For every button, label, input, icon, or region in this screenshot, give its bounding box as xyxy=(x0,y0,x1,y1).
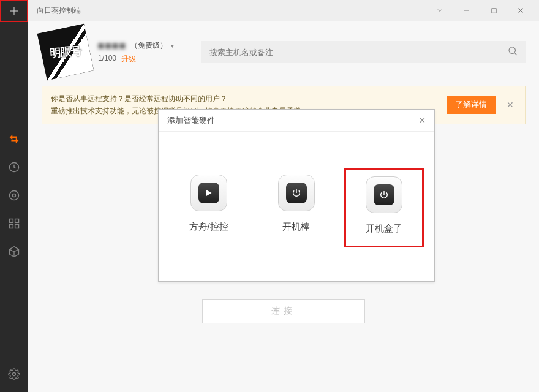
dialog-title: 添加智能硬件 xyxy=(167,115,417,126)
search-icon[interactable] xyxy=(507,45,518,59)
svg-line-15 xyxy=(514,53,516,55)
add-hardware-dialog: 添加智能硬件 ✕ 方舟/控控 开机棒 xyxy=(158,109,435,282)
svg-point-9 xyxy=(13,373,16,376)
hardware-label: 开机棒 xyxy=(282,221,310,233)
svg-point-14 xyxy=(509,47,516,54)
svg-rect-8 xyxy=(15,225,19,228)
power-icon xyxy=(286,183,307,203)
user-level-label: （免费级） xyxy=(130,40,167,51)
user-info: ■■■■ （免费级） ▾ 1/100 升级 xyxy=(98,40,174,64)
banner-line1: 你是否从事远程支持？是否经常远程协助不同的用户？ xyxy=(51,92,447,105)
nav-discover-icon[interactable] xyxy=(7,189,21,202)
search-input[interactable] xyxy=(201,41,526,63)
svg-point-3 xyxy=(10,191,19,200)
add-button[interactable] xyxy=(0,0,28,22)
hardware-option-powerstick[interactable]: 开机棒 xyxy=(257,168,336,247)
svg-rect-5 xyxy=(10,219,13,223)
sidebar xyxy=(0,0,28,392)
svg-rect-6 xyxy=(15,219,19,223)
banner-cta-button[interactable]: 了解详情 xyxy=(447,96,496,114)
svg-rect-7 xyxy=(10,225,13,228)
svg-point-4 xyxy=(13,194,16,197)
hardware-label: 方舟/控控 xyxy=(189,221,228,233)
hardware-label: 开机盒子 xyxy=(366,223,402,235)
upgrade-link[interactable]: 升级 xyxy=(121,54,136,64)
nav-history-icon[interactable] xyxy=(7,160,21,174)
quota-label: 1/100 xyxy=(98,54,116,64)
titlebar: 向日葵控制端 xyxy=(28,0,539,21)
dialog-close-icon[interactable]: ✕ xyxy=(417,113,428,127)
hardware-option-ark[interactable]: 方舟/控控 xyxy=(169,168,249,247)
app-title: 向日葵控制端 xyxy=(37,6,426,16)
chevron-down-icon[interactable]: ▾ xyxy=(171,42,174,49)
avatar[interactable]: 明眼号 xyxy=(37,24,94,81)
window-maximize-icon[interactable] xyxy=(480,0,507,21)
nav-box-icon[interactable] xyxy=(7,245,21,258)
ark-icon xyxy=(198,183,219,203)
hardware-option-powerbox[interactable]: 开机盒子 xyxy=(344,168,424,247)
nav-apps-icon[interactable] xyxy=(7,217,21,230)
window-minimize-icon[interactable] xyxy=(453,0,480,21)
username: ■■■■ xyxy=(98,40,127,51)
nav-transfer-icon[interactable] xyxy=(7,132,21,146)
power-icon xyxy=(374,184,394,205)
svg-rect-11 xyxy=(491,8,496,12)
window-dropdown-icon[interactable] xyxy=(426,0,453,21)
settings-icon[interactable] xyxy=(7,368,21,381)
banner-close-icon[interactable]: ✕ xyxy=(503,97,518,112)
window-close-icon[interactable] xyxy=(507,0,534,21)
connect-button[interactable]: 连接 xyxy=(202,299,365,323)
